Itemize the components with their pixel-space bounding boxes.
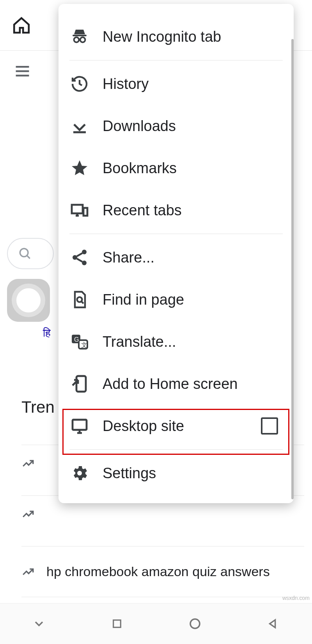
svg-point-14 xyxy=(82,250,87,254)
menu-item-label: Translate... xyxy=(103,334,176,350)
system-navbar xyxy=(0,603,312,644)
menu-item-label: Add to Home screen xyxy=(103,376,238,392)
recent-tabs-icon xyxy=(70,201,89,220)
svg-point-7 xyxy=(80,37,85,43)
trending-icon xyxy=(21,507,35,521)
desktop-icon xyxy=(70,417,89,435)
assistant-icon xyxy=(16,288,41,312)
watermark: wsxdn.com xyxy=(282,595,310,601)
menu-item-recent-tabs[interactable]: Recent tabs xyxy=(58,189,294,231)
downloads-icon xyxy=(70,117,89,135)
svg-point-16 xyxy=(82,261,87,265)
menu-item-bookmarks[interactable]: Bookmarks xyxy=(58,147,294,189)
trending-item[interactable]: hp chromebook amazon quiz answers xyxy=(21,546,304,597)
share-icon xyxy=(70,248,89,267)
incognito-icon xyxy=(70,27,89,46)
menu-item-find[interactable]: Find in page xyxy=(58,279,294,321)
svg-point-29 xyxy=(77,471,82,475)
svg-rect-13 xyxy=(83,208,87,216)
svg-text:G: G xyxy=(74,336,79,343)
svg-marker-32 xyxy=(270,620,275,628)
language-link[interactable]: हि xyxy=(43,327,51,340)
svg-rect-26 xyxy=(73,420,87,430)
star-icon xyxy=(70,159,89,177)
nav-overview-icon[interactable] xyxy=(108,615,126,633)
search-input[interactable] xyxy=(7,238,54,269)
svg-rect-5 xyxy=(73,35,87,36)
menu-item-settings[interactable]: Settings xyxy=(58,452,294,494)
menu-item-label: New Incognito tab xyxy=(103,28,221,45)
history-icon xyxy=(70,75,89,93)
add-to-home-icon xyxy=(70,374,89,393)
menu-item-add-home[interactable]: Add to Home screen xyxy=(58,363,294,405)
svg-line-20 xyxy=(81,301,83,303)
nav-chevron-down-icon[interactable] xyxy=(30,615,48,633)
divider xyxy=(21,597,304,597)
menu-item-label: Find in page xyxy=(103,291,184,308)
svg-point-3 xyxy=(20,248,28,257)
menu-item-label: Settings xyxy=(103,465,156,482)
menu-item-downloads[interactable]: Downloads xyxy=(58,105,294,147)
trending-text: hp chromebook amazon quiz answers xyxy=(46,563,270,580)
trending-heading: Tren xyxy=(21,398,55,417)
menu-item-label: Downloads xyxy=(103,118,176,135)
home-icon[interactable] xyxy=(12,16,31,35)
svg-line-18 xyxy=(77,259,82,262)
divider xyxy=(69,60,283,60)
menu-item-incognito[interactable]: New Incognito tab xyxy=(58,16,294,58)
desktop-site-checkbox[interactable] xyxy=(261,417,278,435)
divider xyxy=(69,449,283,450)
menu-item-share[interactable]: Share... xyxy=(58,236,294,279)
search-icon xyxy=(18,246,32,261)
gear-icon xyxy=(70,464,89,483)
svg-line-17 xyxy=(77,253,82,256)
menu-item-label: History xyxy=(103,76,149,92)
svg-rect-30 xyxy=(113,620,121,628)
menu-item-desktop-site[interactable]: Desktop site xyxy=(58,405,294,447)
overflow-menu: New Incognito tab History Downloads B xyxy=(58,4,294,503)
find-in-page-icon xyxy=(70,290,89,309)
menu-item-label: Recent tabs xyxy=(103,202,182,219)
svg-point-6 xyxy=(74,37,79,43)
nav-home-icon[interactable] xyxy=(186,615,204,633)
nav-back-icon[interactable] xyxy=(264,615,282,633)
translate-icon: G 文 xyxy=(70,332,89,351)
menu-item-label: Share... xyxy=(103,249,154,266)
scrollbar[interactable] xyxy=(291,39,294,499)
menu-item-history[interactable]: History xyxy=(58,63,294,105)
trending-icon xyxy=(21,457,35,470)
svg-line-4 xyxy=(27,255,30,258)
trending-icon xyxy=(21,565,35,578)
svg-text:文: 文 xyxy=(81,342,87,348)
svg-point-31 xyxy=(190,619,200,628)
menu-item-translate[interactable]: G 文 Translate... xyxy=(58,321,294,363)
assistant-button[interactable] xyxy=(7,279,50,322)
svg-rect-10 xyxy=(72,205,83,213)
menu-item-label: Bookmarks xyxy=(103,160,177,177)
divider xyxy=(69,234,283,234)
svg-point-15 xyxy=(73,255,77,260)
menu-item-label: Desktop site xyxy=(103,418,184,435)
